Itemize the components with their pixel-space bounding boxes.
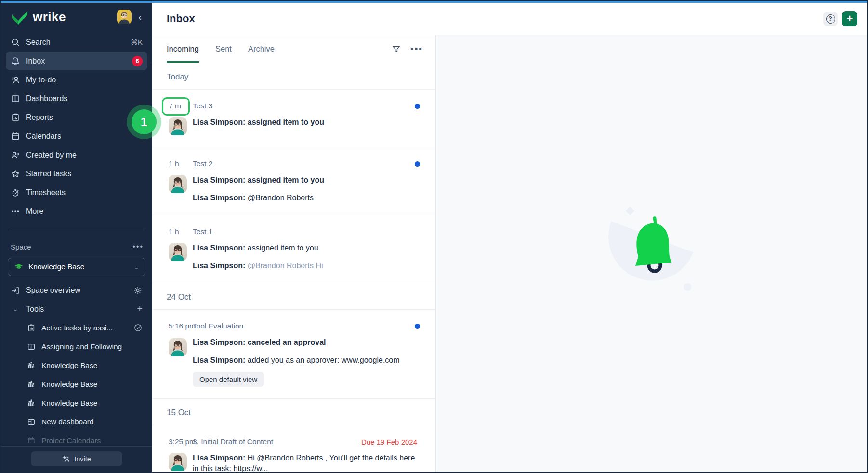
notification-item-test-3[interactable]: 7 m Test 3 Lisa Simpson: assigned bbox=[152, 90, 435, 147]
sidebar-item-label: Assigning and Following bbox=[41, 342, 143, 351]
create-new-button[interactable]: + bbox=[842, 11, 857, 26]
sidebar-item-label: Dashboards bbox=[26, 94, 143, 103]
sidebar-item-label: Project Calendars bbox=[41, 436, 143, 443]
sidebar-item-new-dashboard[interactable]: New dashboard bbox=[6, 412, 147, 431]
person-list-icon bbox=[11, 75, 20, 85]
graduation-cap-icon bbox=[14, 262, 24, 272]
sidebar-item-my-todo[interactable]: My to-do bbox=[6, 70, 147, 89]
layout-icon bbox=[27, 342, 36, 351]
notification-item-test-2[interactable]: 1 h Test 2 Lisa Simpson: assigned bbox=[152, 147, 435, 215]
sidebar-item-space-overview[interactable]: Space overview bbox=[6, 281, 147, 300]
wrike-logo-icon bbox=[11, 9, 29, 25]
space-menu-icon[interactable]: ••• bbox=[132, 242, 144, 251]
sidebar-item-label: Knowledge Base bbox=[41, 361, 143, 370]
sidebar-item-label: Starred tasks bbox=[26, 170, 143, 178]
list-options-button[interactable]: ••• bbox=[410, 44, 423, 54]
tools-label: Tools bbox=[26, 305, 131, 314]
avatar-lisa-simpson bbox=[169, 243, 187, 261]
unread-indicator[interactable] bbox=[415, 161, 420, 167]
gear-icon[interactable] bbox=[133, 286, 143, 295]
add-tool-icon[interactable]: + bbox=[137, 303, 143, 315]
notification-message: Lisa Simpson: @Brandon Roberts Hi bbox=[193, 261, 420, 271]
sidebar-item-knowledge-base-3[interactable]: Knowledge Base bbox=[6, 394, 147, 412]
notification-item-initial-draft[interactable]: 3:25 pm 3. Initial Draft of Content Due … bbox=[152, 425, 435, 472]
notification-message: Lisa Simpson: Hi @Brandon Roberts , You'… bbox=[193, 453, 420, 472]
filter-icon bbox=[392, 44, 401, 53]
sidebar-item-project-calendars[interactable]: Project Calendars bbox=[6, 431, 147, 443]
sidebar-item-knowledge-base-1[interactable]: Knowledge Base bbox=[6, 356, 147, 375]
due-date-label: Due 19 Feb 2024 bbox=[361, 438, 417, 446]
notification-title: Test 3 bbox=[193, 102, 415, 110]
invite-person-icon bbox=[62, 455, 71, 463]
main-header: Inbox ? + bbox=[152, 3, 867, 35]
notification-time: 5:16 pm bbox=[169, 321, 193, 331]
bell-icon bbox=[11, 56, 20, 66]
space-selector[interactable]: Knowledge Base ⌄ bbox=[8, 258, 145, 276]
invite-label: Invite bbox=[74, 455, 91, 463]
bar-chart-icon bbox=[27, 380, 36, 389]
sidebar-item-created-by-me[interactable]: Created by me bbox=[6, 145, 147, 164]
notification-message: Lisa Simpson: assigned item to you bbox=[193, 175, 420, 185]
wrike-app: wrike ‹ Search ⌘K bbox=[1, 3, 867, 472]
ellipsis-icon bbox=[11, 207, 20, 216]
sidebar-item-inbox[interactable]: Inbox 6 bbox=[6, 52, 147, 70]
notification-message: Lisa Simpson: added you as an approver: … bbox=[193, 355, 420, 366]
unread-indicator[interactable] bbox=[415, 324, 420, 329]
sidebar-item-knowledge-base-2[interactable]: Knowledge Base bbox=[6, 375, 147, 394]
notification-time: 1 h bbox=[169, 158, 193, 169]
notification-list[interactable]: Today 7 m Test 3 bbox=[152, 63, 435, 472]
sidebar-item-timesheets[interactable]: Timesheets bbox=[6, 183, 147, 202]
sidebar-item-label: My to-do bbox=[26, 76, 143, 84]
sidebar-item-assigning-following[interactable]: Assigning and Following bbox=[6, 337, 147, 356]
sidebar-item-active-tasks[interactable]: Active tasks by assi... bbox=[6, 318, 147, 337]
sidebar-item-dashboards[interactable]: Dashboards bbox=[6, 89, 147, 108]
notification-message: Lisa Simpson: assigned item to you bbox=[193, 117, 420, 128]
wrike-logo[interactable]: wrike bbox=[11, 9, 113, 25]
layout-icon bbox=[27, 418, 36, 426]
detail-empty-state bbox=[436, 35, 867, 472]
chevron-down-icon: ⌄ bbox=[11, 305, 20, 313]
sidebar-item-reports[interactable]: Reports bbox=[6, 108, 147, 127]
notification-item-test-1[interactable]: 1 h Test 1 Lisa Simpson: assigned item t… bbox=[152, 215, 435, 283]
notification-time: 3:25 pm bbox=[169, 436, 193, 447]
tab-label: Sent bbox=[215, 44, 232, 53]
tab-archive[interactable]: Archive bbox=[248, 35, 275, 63]
sidebar-item-label: Knowledge Base bbox=[41, 380, 143, 389]
filter-button[interactable] bbox=[392, 44, 401, 53]
tab-sent[interactable]: Sent bbox=[215, 35, 232, 63]
notification-title: 3. Initial Draft of Content bbox=[193, 437, 361, 446]
sidebar-section-tools[interactable]: ⌄ Tools + bbox=[6, 300, 147, 318]
wrike-logo-text: wrike bbox=[33, 10, 66, 25]
notification-item-tool-evaluation[interactable]: 5:16 pm Tool Evaluation Lisa Simp bbox=[152, 310, 435, 399]
sidebar-divider bbox=[9, 230, 145, 230]
sidebar-item-more[interactable]: More bbox=[6, 202, 147, 221]
notification-message: Lisa Simpson: @Brandon Roberts bbox=[193, 193, 420, 203]
notification-time: 7 m bbox=[169, 101, 193, 111]
user-avatar[interactable] bbox=[117, 10, 132, 24]
space-overview-icon bbox=[11, 286, 20, 295]
search-shortcut: ⌘K bbox=[131, 38, 143, 47]
chevron-down-icon: ⌄ bbox=[134, 263, 139, 271]
open-default-view-button[interactable]: Open default view bbox=[193, 372, 264, 387]
bar-chart-icon bbox=[27, 399, 36, 407]
sidebar-item-label: Space overview bbox=[26, 286, 127, 295]
tab-label: Archive bbox=[248, 44, 275, 53]
avatar-lisa-simpson bbox=[169, 175, 187, 193]
dashboard-icon bbox=[11, 94, 20, 104]
notification-title: Test 1 bbox=[193, 227, 420, 236]
tab-incoming[interactable]: Incoming bbox=[167, 35, 199, 63]
report-icon bbox=[11, 113, 20, 122]
search-icon bbox=[11, 38, 20, 47]
check-circle-icon bbox=[133, 323, 143, 332]
sidebar-item-label: Inbox bbox=[26, 57, 126, 66]
help-button[interactable]: ? bbox=[823, 12, 838, 26]
sidebar-item-starred-tasks[interactable]: Starred tasks bbox=[6, 164, 147, 183]
sidebar-item-calendars[interactable]: Calendars bbox=[6, 127, 147, 145]
invite-button[interactable]: Invite bbox=[31, 451, 122, 466]
unread-indicator[interactable] bbox=[415, 104, 420, 109]
search-label: Search bbox=[26, 38, 125, 47]
inbox-list-panel: Incoming Sent Archive ••• bbox=[152, 35, 436, 472]
sidebar-collapse-icon[interactable]: ‹ bbox=[135, 11, 145, 24]
sidebar-item-search[interactable]: Search ⌘K bbox=[6, 33, 147, 52]
sidebar-item-label: New dashboard bbox=[41, 418, 143, 426]
